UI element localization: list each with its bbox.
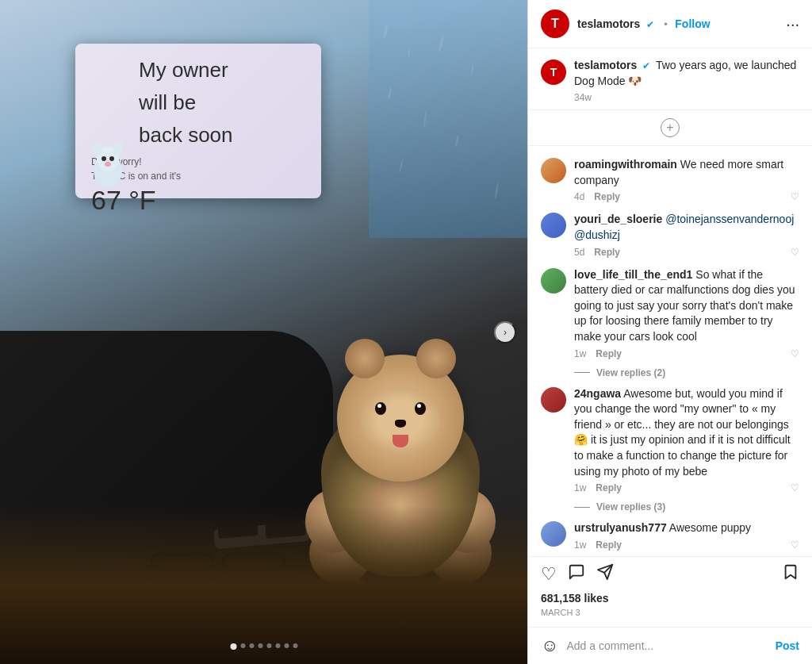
comment-body-roaming: roamingwithromain We need more smart com…	[574, 157, 799, 202]
caption-row: T teslamotors ✔ Two years ago, we launch…	[541, 58, 799, 103]
add-comment-area: ☺ Post	[528, 627, 812, 664]
chevron-right-icon: ›	[504, 327, 507, 338]
caption-username[interactable]: teslamotors	[574, 59, 637, 71]
screen-line2: will be	[139, 90, 305, 115]
bookmark-icon	[782, 565, 799, 585]
screen-line1: My owner	[139, 58, 305, 83]
reply-button-ngawa[interactable]: Reply	[596, 482, 622, 493]
carousel-dot-8[interactable]	[293, 643, 297, 648]
comment-avatar-youri	[541, 213, 566, 238]
expand-comments-button[interactable]: +	[661, 118, 680, 137]
comment-meta-urs: 1w Reply ♡	[574, 539, 799, 551]
comment-text-urs: urstrulyanush777 Awesome puppy	[574, 520, 799, 536]
comment-body-youri: youri_de_sloerie @toinejanssenvandernooj…	[574, 212, 799, 257]
carousel-dot-5[interactable]	[266, 643, 271, 648]
carousel-dot-1[interactable]	[230, 643, 236, 650]
view-replies-text-ngawa: View replies (3)	[596, 501, 665, 512]
share-button[interactable]	[596, 563, 614, 585]
comment-meta-youri: 5d Reply ♡	[574, 247, 799, 258]
carousel-dot-7[interactable]	[284, 643, 289, 648]
svg-point-6	[105, 162, 111, 167]
plus-icon: +	[666, 121, 673, 135]
replies-line-ngawa	[574, 507, 590, 508]
comment-text-ngawa: 24ngawa Awesome but, would you mind if y…	[574, 386, 799, 480]
comment-input[interactable]	[566, 639, 767, 652]
comment-like-icon-youri[interactable]: ♡	[791, 247, 799, 258]
like-button[interactable]: ♡	[541, 564, 557, 585]
carousel-dot-2[interactable]	[240, 643, 245, 648]
comment-time-youri: 5d	[574, 247, 584, 258]
caption-verified-icon: ✔	[642, 60, 650, 71]
comment-body-love: love_life_till_the_end1 So what if the b…	[574, 267, 799, 359]
comment-body-urs: urstrulyanush777 Awesome puppy 1w Reply …	[574, 520, 799, 551]
verified-badge-icon: ✔	[646, 19, 654, 30]
carousel-dot-6[interactable]	[275, 643, 280, 648]
comment-avatar-love	[541, 268, 566, 294]
screen-line3: back soon	[139, 123, 305, 148]
comment-like-icon-roaming[interactable]: ♡	[791, 191, 799, 202]
carousel-dot-4[interactable]	[258, 643, 262, 648]
background-window	[369, 0, 527, 238]
commenter-username-love[interactable]: love_life_till_the_end1	[574, 268, 692, 281]
comment-avatar-ngawa	[541, 387, 566, 413]
comment-item-urs: urstrulyanush777 Awesome puppy 1w Reply …	[528, 516, 812, 555]
comment-meta-love: 1w Reply ♡	[574, 348, 799, 359]
commenter-username-youri[interactable]: youri_de_sloerie	[574, 213, 662, 225]
likes-count: 681,158 likes	[541, 592, 799, 605]
caption-area: T teslamotors ✔ Two years ago, we launch…	[528, 48, 812, 110]
view-replies-ngawa[interactable]: View replies (3)	[528, 498, 812, 516]
comment-icon	[568, 565, 585, 585]
comment-like-icon-love[interactable]: ♡	[791, 348, 799, 359]
post-comment-button[interactable]: Post	[776, 639, 799, 652]
comment-like-icon-ngawa[interactable]: ♡	[791, 482, 799, 493]
comment-time-roaming: 4d	[574, 191, 584, 202]
comment-like-icon-urs[interactable]: ♡	[791, 539, 799, 551]
post-image-panel: My owner will be back soon Don't worry! …	[0, 0, 527, 664]
action-icons-row: ♡	[541, 563, 799, 585]
heart-icon: ♡	[541, 564, 557, 584]
caption-body: teslamotors ✔ Two years ago, we launched…	[574, 58, 799, 103]
header-username[interactable]: teslamotors	[577, 17, 640, 30]
tesla-screen: My owner will be back soon Don't worry! …	[75, 44, 321, 198]
follow-button[interactable]: Follow	[675, 17, 710, 30]
reply-button-love[interactable]: Reply	[596, 348, 622, 359]
commenter-username-ngawa[interactable]: 24ngawa	[574, 387, 621, 400]
reply-button-youri[interactable]: Reply	[594, 247, 620, 258]
comment-content-urs: Awesome puppy	[669, 521, 751, 534]
emoji-icon: ☺	[541, 635, 558, 655]
comment-text-roaming: roamingwithromain We need more smart com…	[574, 157, 799, 188]
caption-text: teslamotors ✔ Two years ago, we launched…	[574, 58, 799, 89]
comment-avatar-roaming	[541, 158, 566, 183]
commenter-username-roaming[interactable]: roamingwithromain	[574, 158, 677, 171]
caption-avatar: T	[541, 59, 566, 85]
more-options-icon: ···	[786, 15, 799, 33]
comment-item-ngawa: 24ngawa Awesome but, would you mind if y…	[528, 382, 812, 499]
comment-text-youri: youri_de_sloerie @toinejanssenvandernooj…	[574, 212, 799, 243]
comment-time-love: 1w	[574, 348, 586, 359]
bookmark-button[interactable]	[782, 563, 799, 585]
view-replies-text-love: View replies (2)	[596, 367, 665, 378]
screen-dog-illustration	[86, 135, 130, 190]
post-header: T teslamotors ✔ • Follow ···	[528, 0, 812, 48]
carousel-dot-3[interactable]	[249, 643, 254, 648]
view-replies-love[interactable]: View replies (2)	[528, 364, 812, 382]
commenter-username-urs[interactable]: urstrulyanush777	[574, 521, 667, 534]
reply-button-roaming[interactable]: Reply	[594, 191, 620, 202]
comment-item-youri: youri_de_sloerie @toinejanssenvandernooj…	[528, 207, 812, 262]
comment-time-urs: 1w	[574, 539, 586, 551]
comment-item-roaming: roamingwithromain We need more smart com…	[528, 152, 812, 207]
svg-point-5	[109, 156, 114, 161]
floor	[0, 505, 527, 664]
comments-list[interactable]: roamingwithromain We need more smart com…	[528, 146, 812, 556]
reply-button-urs[interactable]: Reply	[596, 539, 622, 551]
emoji-button[interactable]: ☺	[541, 635, 558, 656]
comment-content-ngawa: Awesome but, would you mind if you chang…	[574, 387, 791, 478]
header-account-info: teslamotors ✔ • Follow	[577, 17, 710, 31]
svg-point-4	[102, 156, 106, 161]
expand-comments-area: +	[528, 110, 812, 146]
carousel-next-button[interactable]: ›	[494, 321, 516, 344]
comment-meta-roaming: 4d Reply ♡	[574, 191, 799, 202]
more-options-button[interactable]: ···	[786, 15, 799, 33]
comment-meta-ngawa: 1w Reply ♡	[574, 482, 799, 493]
comment-button[interactable]	[568, 563, 585, 585]
